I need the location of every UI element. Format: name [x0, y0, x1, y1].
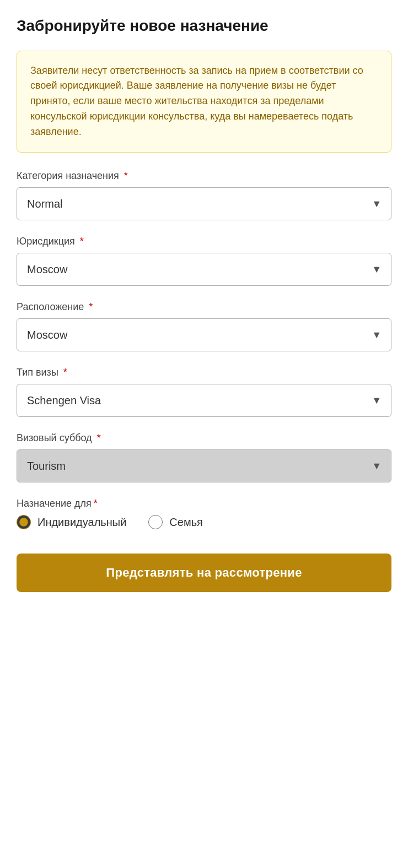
location-required-star: *	[86, 301, 93, 312]
radio-family-option[interactable]: Семья	[148, 515, 203, 529]
category-group: Категория назначения * Normal Emergency …	[17, 170, 391, 220]
appointment-for-required-star: *	[94, 498, 98, 509]
location-select-wrapper: Moscow Saint Petersburg ▼	[17, 318, 391, 351]
category-select-wrapper: Normal Emergency ▼	[17, 187, 391, 220]
page-title: Забронируйте новое назначение	[17, 17, 391, 35]
visa-type-select-wrapper: Schengen Visa National Visa ▼	[17, 384, 391, 417]
jurisdiction-select-wrapper: Moscow Saint Petersburg ▼	[17, 253, 391, 286]
location-group: Расположение * Moscow Saint Petersburg ▼	[17, 301, 391, 351]
appointment-for-group: Назначение для* Индивидуальный Семья	[17, 498, 391, 529]
jurisdiction-required-star: *	[77, 236, 84, 247]
visa-type-select[interactable]: Schengen Visa National Visa	[17, 384, 391, 417]
radio-individual-label: Индивидуальный	[37, 516, 126, 529]
appointment-for-label: Назначение для*	[17, 498, 391, 509]
jurisdiction-label: Юрисдикция *	[17, 236, 391, 247]
location-label: Расположение *	[17, 301, 391, 313]
category-select[interactable]: Normal Emergency	[17, 187, 391, 220]
radio-group: Индивидуальный Семья	[17, 515, 391, 529]
location-select[interactable]: Moscow Saint Petersburg	[17, 318, 391, 351]
info-box: Заявители несут ответственность за запис…	[17, 51, 391, 153]
radio-family-input[interactable]	[148, 515, 163, 529]
jurisdiction-select[interactable]: Moscow Saint Petersburg	[17, 253, 391, 286]
visa-subcode-group: Визовый суббод * Tourism Business Family…	[17, 432, 391, 482]
visa-subcode-select-wrapper: Tourism Business Family Visit Transit ▼	[17, 449, 391, 482]
category-label: Категория назначения *	[17, 170, 391, 182]
radio-family-label: Семья	[169, 516, 203, 529]
visa-type-required-star: *	[61, 367, 67, 378]
submit-button[interactable]: Представлять на рассмотрение	[17, 554, 391, 592]
visa-type-label: Тип визы *	[17, 367, 391, 378]
visa-subcode-label: Визовый суббод *	[17, 432, 391, 444]
visa-subcode-select[interactable]: Tourism Business Family Visit Transit	[17, 449, 391, 482]
radio-individual-option[interactable]: Индивидуальный	[17, 515, 126, 529]
category-required-star: *	[121, 170, 128, 181]
radio-individual-input[interactable]	[17, 515, 31, 529]
visa-type-group: Тип визы * Schengen Visa National Visa ▼	[17, 367, 391, 417]
jurisdiction-group: Юрисдикция * Moscow Saint Petersburg ▼	[17, 236, 391, 286]
info-box-text: Заявители несут ответственность за запис…	[30, 63, 378, 140]
visa-subcode-required-star: *	[94, 432, 101, 443]
